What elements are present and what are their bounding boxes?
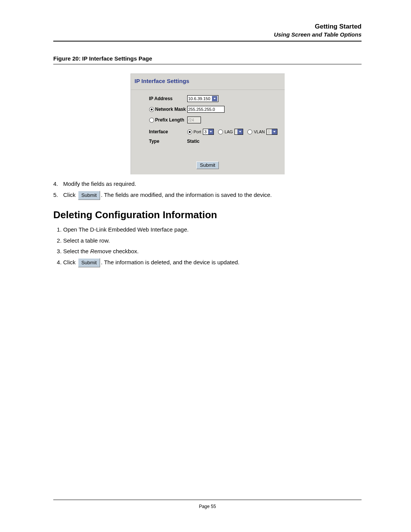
- page-footer: Page 55: [53, 500, 362, 509]
- radio-network-mask[interactable]: [149, 107, 154, 112]
- row-ip-address: IP Address 10.6.39.150: [149, 95, 279, 102]
- radio-vlan[interactable]: [247, 129, 252, 134]
- row-type: Type Static: [149, 139, 279, 144]
- footer-rule: [53, 500, 362, 500]
- label-network-mask-text: Network Mask: [155, 107, 186, 112]
- type-value: Static: [187, 139, 200, 144]
- screenshot-wrapper: IP Interface Settings IP Address 10.6.39…: [53, 73, 362, 174]
- dropdown-icon: [208, 129, 213, 134]
- port-value: 3: [204, 129, 207, 134]
- step-b4: Click Submit. The information is deleted…: [63, 258, 362, 268]
- vlan-value: 1: [268, 129, 270, 134]
- steps-list-a: Modify the fields as required. Click Sub…: [53, 180, 362, 200]
- label-lag: LAG: [225, 129, 233, 134]
- label-vlan: VLAN: [254, 129, 265, 134]
- step-b4-pre: Click: [63, 259, 76, 265]
- lag-select[interactable]: [234, 129, 243, 135]
- ip-address-value: 10.6.39.150: [188, 96, 210, 101]
- dropdown-icon: [212, 96, 217, 101]
- step-b3-post: checkbox.: [112, 248, 139, 254]
- panel-form: IP Address 10.6.39.150 Network Mask: [131, 90, 285, 152]
- dropdown-icon: [272, 129, 277, 134]
- label-type: Type: [149, 139, 187, 144]
- label-interface: Interface: [149, 129, 187, 134]
- label-network-mask: Network Mask: [149, 107, 187, 112]
- figure-rule: [53, 64, 362, 64]
- interface-options: Port 3 LAG: [187, 129, 277, 135]
- label-prefix-length-text: Prefix Length: [155, 117, 185, 123]
- network-mask-input[interactable]: [187, 106, 225, 113]
- prefix-length-input: [187, 117, 201, 123]
- ip-interface-panel: IP Interface Settings IP Address 10.6.39…: [131, 73, 285, 174]
- vlan-select[interactable]: 1: [266, 129, 277, 135]
- inline-submit-button[interactable]: Submit: [78, 191, 100, 200]
- figure-caption: Figure 20: IP Interface Settings Page: [53, 55, 362, 62]
- page-header: Getting Started Using Screen and Table O…: [53, 23, 362, 38]
- port-select[interactable]: 3: [203, 129, 214, 135]
- header-subtitle: Using Screen and Table Options: [53, 31, 362, 38]
- radio-port[interactable]: [187, 129, 192, 134]
- page-number: Page 55: [53, 504, 362, 509]
- panel-footer: Submit: [131, 152, 285, 174]
- steps-list-b: Open The D-Link Embedded Web Interface p…: [53, 225, 362, 267]
- step-b3: Select the Remove checkbox.: [63, 247, 362, 256]
- step-4-text: Modify the fields as required.: [63, 180, 136, 189]
- step-5-post: . The fields are modified, and the infor…: [101, 192, 272, 198]
- step-4: Modify the fields as required.: [53, 180, 362, 189]
- step-b1: Open The D-Link Embedded Web Interface p…: [63, 225, 362, 234]
- row-prefix-length: Prefix Length: [149, 117, 279, 123]
- row-network-mask: Network Mask: [149, 106, 279, 113]
- label-ip-address: IP Address: [149, 96, 187, 101]
- ip-address-select[interactable]: 10.6.39.150: [187, 95, 218, 102]
- step-b2: Select a table row.: [63, 236, 362, 245]
- header-title: Getting Started: [53, 23, 362, 30]
- step-5: Click Submit. The fields are modified, a…: [53, 191, 362, 200]
- section-heading: Deleting Configuration Information: [53, 209, 362, 221]
- row-interface: Interface Port 3 LAG: [149, 129, 279, 135]
- radio-lag[interactable]: [218, 129, 223, 134]
- document-page: Getting Started Using Screen and Table O…: [0, 0, 411, 532]
- label-prefix-length: Prefix Length: [149, 117, 187, 123]
- label-port: Port: [194, 129, 201, 134]
- header-rule: [53, 41, 362, 42]
- step-5-pre: Click: [63, 192, 76, 198]
- dropdown-icon: [237, 129, 243, 134]
- panel-title: IP Interface Settings: [131, 74, 285, 90]
- step-b3-em: Remove: [90, 248, 112, 254]
- step-b3-pre: Select the: [63, 248, 90, 254]
- submit-button[interactable]: Submit: [196, 161, 218, 169]
- step-b4-post: . The information is deleted, and the de…: [101, 259, 239, 265]
- inline-submit-button-2[interactable]: Submit: [78, 258, 100, 268]
- radio-prefix-length[interactable]: [149, 118, 154, 123]
